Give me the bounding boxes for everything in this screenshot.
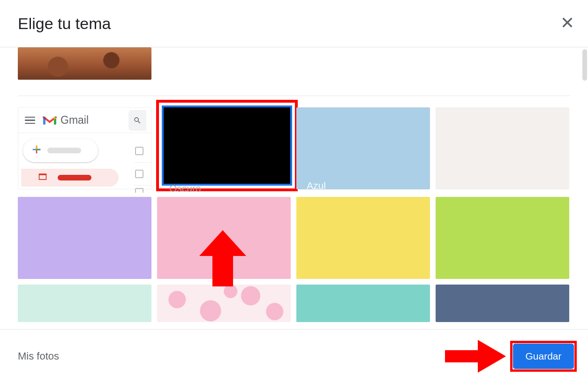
annotation-highlight-box [510, 341, 577, 372]
theme-tile-green[interactable] [436, 197, 569, 279]
checkbox-icon [135, 188, 143, 193]
preview-sidebar [18, 133, 134, 195]
section-separator [18, 96, 570, 96]
dialog-body: Gmail [0, 47, 588, 329]
theme-tile-lavender[interactable] [18, 197, 151, 279]
theme-tile-yellow[interactable] [296, 197, 430, 279]
selection-frame [162, 105, 292, 186]
menu-icon [25, 117, 35, 124]
theme-tile-default-preview[interactable]: Gmail [18, 107, 151, 189]
search-icon [133, 116, 142, 125]
plus-icon [31, 144, 42, 157]
dialog-title: Elige tu tema [18, 15, 111, 33]
theme-label: Oscuro [169, 183, 201, 194]
theme-row: Gmail [18, 107, 570, 191]
theme-tile-mint[interactable] [18, 285, 151, 322]
gmail-logo: Gmail [43, 114, 89, 127]
close-icon [561, 16, 574, 29]
dialog-header: Elige tu tema [0, 0, 588, 47]
gmail-icon [43, 115, 57, 126]
preview-body [18, 133, 151, 195]
theme-label: Azul [307, 180, 326, 191]
checkbox-icon [135, 170, 143, 178]
theme-tile-dark[interactable]: Oscuro [157, 107, 291, 191]
theme-row [18, 197, 570, 279]
dialog-footer: Mis fotos Guardar [0, 329, 588, 383]
preview-topbar: Gmail [18, 108, 151, 133]
theme-tile-blossom[interactable] [157, 285, 291, 322]
scrollbar-thumb[interactable] [582, 49, 587, 81]
theme-tile-pink[interactable] [157, 197, 291, 279]
search-box [128, 110, 146, 131]
theme-section-top [18, 47, 570, 80]
save-button-wrap: Guardar [513, 344, 574, 369]
theme-tile-blue[interactable]: Azul [296, 107, 430, 189]
theme-tile-grey[interactable] [436, 107, 569, 189]
checkbox-icon [135, 147, 143, 155]
my-photos-link[interactable]: Mis fotos [18, 350, 59, 362]
gmail-brand-text: Gmail [60, 114, 89, 127]
theme-row [18, 285, 570, 322]
theme-tile-slate[interactable] [436, 285, 569, 322]
compose-button-mock [23, 139, 98, 162]
preview-list [134, 133, 151, 195]
theme-tile-teal[interactable] [296, 285, 430, 322]
inbox-icon [38, 173, 47, 182]
annotation-arrow-right [445, 340, 506, 373]
close-button[interactable] [561, 16, 574, 31]
inbox-item-mock [21, 169, 119, 187]
theme-tile-desert[interactable] [18, 47, 151, 80]
